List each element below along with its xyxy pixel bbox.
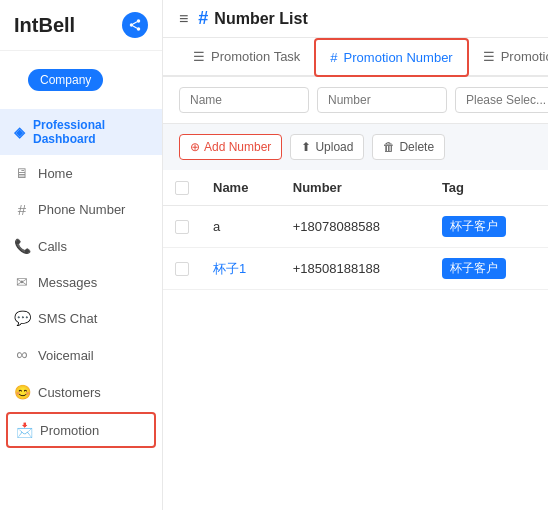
share-button[interactable] (122, 12, 148, 38)
tab-label: Promotion Task (211, 49, 300, 64)
svg-line-4 (133, 22, 137, 24)
number-filter-input[interactable] (317, 87, 447, 113)
row-number: +18078088588 (293, 219, 380, 234)
delete-label: Delete (399, 140, 434, 154)
row-checkbox-cell (163, 248, 201, 290)
row-tag-cell: 杯子客户 (430, 206, 548, 248)
sidebar-item-sms-chat[interactable]: 💬 SMS Chat (0, 300, 162, 336)
sidebar-item-messages[interactable]: ✉ Messages (0, 264, 162, 300)
row-tag-cell: 杯子客户 (430, 248, 548, 290)
number-table: Name Number Tag a +18078088588 (163, 170, 548, 290)
sidebar: IntBell Company ◈ Professional Dashboard… (0, 0, 163, 510)
filter-bar (163, 77, 548, 124)
logo-int: Int (14, 14, 38, 36)
tag-filter-select[interactable] (455, 87, 548, 113)
tab-label: Promotion Number (344, 50, 453, 65)
row-name-cell: a (201, 206, 281, 248)
sidebar-item-calls[interactable]: 📞 Calls (0, 228, 162, 264)
add-icon: ⊕ (190, 140, 200, 154)
row-number-cell: +18078088588 (281, 206, 430, 248)
company-badge[interactable]: Company (28, 69, 103, 91)
row-checkbox-cell (163, 206, 201, 248)
calls-icon: 📞 (14, 238, 30, 254)
row-checkbox[interactable] (175, 262, 189, 276)
hamburger-button[interactable]: ≡ (179, 10, 188, 28)
home-icon: 🖥 (14, 165, 30, 181)
main-header: ≡ # Number List (163, 0, 548, 38)
tabs-bar: ☰ Promotion Task # Promotion Number ☰ Pr… (163, 38, 548, 77)
row-tag-badge: 杯子客户 (442, 258, 506, 279)
number-table-container: Name Number Tag a +18078088588 (163, 170, 548, 510)
logo-bell: Bell (38, 14, 75, 36)
svg-point-0 (137, 19, 141, 23)
phone-number-icon: # (14, 201, 30, 218)
upload-label: Upload (315, 140, 353, 154)
table-header-row: Name Number Tag (163, 170, 548, 206)
row-name-cell: 杯子1 (201, 248, 281, 290)
sidebar-item-customers[interactable]: 😊 Customers (0, 374, 162, 410)
table-row: a +18078088588 杯子客户 (163, 206, 548, 248)
sidebar-item-label: Voicemail (38, 348, 94, 363)
dashboard-icon: ◈ (14, 124, 25, 140)
sidebar-item-promotion[interactable]: 📩 Promotion (6, 412, 156, 448)
sidebar-item-label: Promotion (40, 423, 99, 438)
table-row: 杯子1 +18508188188 杯子客户 (163, 248, 548, 290)
nav-list: 🖥 Home # Phone Number 📞 Calls ✉ Messages… (0, 155, 162, 450)
page-title-text: Number List (214, 10, 307, 28)
dashboard-label: Professional Dashboard (33, 118, 148, 146)
row-checkbox[interactable] (175, 220, 189, 234)
delete-icon: 🗑 (383, 140, 395, 154)
delete-button[interactable]: 🗑 Delete (372, 134, 445, 160)
svg-point-2 (137, 27, 141, 31)
sidebar-item-label: Phone Number (38, 202, 125, 217)
upload-button[interactable]: ⬆ Upload (290, 134, 364, 160)
tab-label: Promotion Template (501, 49, 548, 64)
sidebar-item-label: Customers (38, 385, 101, 400)
row-tag-badge: 杯子客户 (442, 216, 506, 237)
number-column-header: Number (281, 170, 430, 206)
sidebar-item-label: Calls (38, 239, 67, 254)
upload-icon: ⬆ (301, 140, 311, 154)
promotion-number-icon: # (330, 50, 337, 65)
sidebar-item-label: SMS Chat (38, 311, 97, 326)
page-title: # Number List (198, 8, 307, 29)
row-number: +18508188188 (293, 261, 380, 276)
sidebar-item-label: Messages (38, 275, 97, 290)
row-name: a (213, 219, 220, 234)
promotion-icon: 📩 (16, 422, 32, 438)
main-content: ≡ # Number List ☰ Promotion Task # Promo… (163, 0, 548, 510)
promotion-task-icon: ☰ (193, 49, 205, 64)
tab-promotion-number[interactable]: # Promotion Number (314, 38, 468, 77)
voicemail-icon: ∞ (14, 346, 30, 364)
add-number-button[interactable]: ⊕ Add Number (179, 134, 282, 160)
name-column-header: Name (201, 170, 281, 206)
hash-icon: # (198, 8, 208, 29)
select-all-header (163, 170, 201, 206)
row-number-cell: +18508188188 (281, 248, 430, 290)
tag-column-header: Tag (430, 170, 548, 206)
sidebar-item-home[interactable]: 🖥 Home (0, 155, 162, 191)
sidebar-item-label: Home (38, 166, 73, 181)
promotion-template-icon: ☰ (483, 49, 495, 64)
sms-chat-icon: 💬 (14, 310, 30, 326)
row-name[interactable]: 杯子1 (213, 261, 246, 276)
tab-promotion-task[interactable]: ☰ Promotion Task (179, 38, 314, 77)
name-filter-input[interactable] (179, 87, 309, 113)
logo-bar: IntBell (0, 0, 162, 51)
svg-point-1 (130, 23, 134, 27)
tab-promotion-template[interactable]: ☰ Promotion Template (469, 38, 548, 77)
sidebar-item-phone-number[interactable]: # Phone Number (0, 191, 162, 228)
svg-line-3 (133, 26, 137, 28)
action-bar: ⊕ Add Number ⬆ Upload 🗑 Delete (163, 124, 548, 170)
add-number-label: Add Number (204, 140, 271, 154)
sidebar-item-voicemail[interactable]: ∞ Voicemail (0, 336, 162, 374)
select-all-checkbox[interactable] (175, 181, 189, 195)
app-logo: IntBell (14, 14, 75, 37)
dashboard-item[interactable]: ◈ Professional Dashboard (0, 109, 162, 155)
messages-icon: ✉ (14, 274, 30, 290)
customers-icon: 😊 (14, 384, 30, 400)
